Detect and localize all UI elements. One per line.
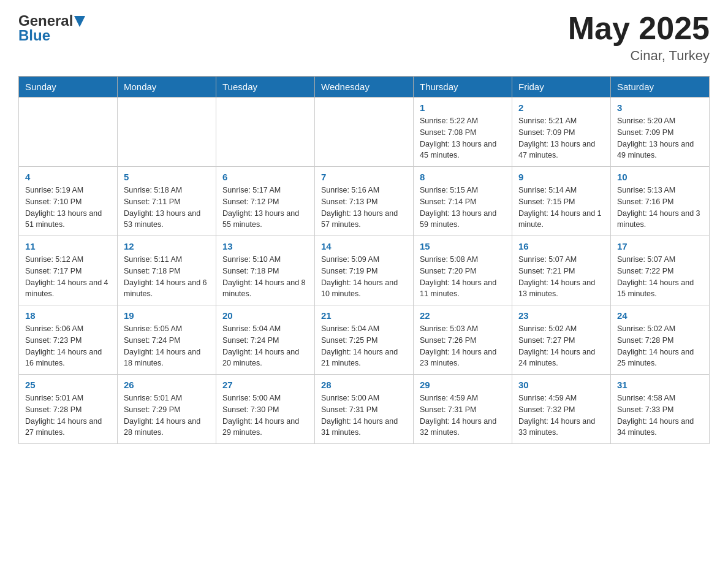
day-info: Sunrise: 4:59 AM Sunset: 7:32 PM Dayligh…	[518, 393, 604, 439]
day-number: 31	[617, 380, 703, 390]
day-info: Sunrise: 5:03 AM Sunset: 7:26 PM Dayligh…	[420, 323, 506, 369]
day-info: Sunrise: 5:00 AM Sunset: 7:30 PM Dayligh…	[222, 393, 308, 439]
calendar-week-row: 25Sunrise: 5:01 AM Sunset: 7:28 PM Dayli…	[19, 375, 710, 444]
table-row: 11Sunrise: 5:12 AM Sunset: 7:17 PM Dayli…	[19, 236, 118, 305]
svg-marker-0	[74, 16, 85, 27]
day-number: 2	[518, 102, 604, 113]
day-number: 15	[420, 241, 506, 251]
table-row: 6Sunrise: 5:17 AM Sunset: 7:12 PM Daylig…	[216, 167, 315, 236]
table-row: 23Sunrise: 5:02 AM Sunset: 7:27 PM Dayli…	[512, 305, 611, 375]
table-row: 8Sunrise: 5:15 AM Sunset: 7:14 PM Daylig…	[414, 167, 512, 236]
table-row	[19, 98, 118, 167]
table-row: 10Sunrise: 5:13 AM Sunset: 7:16 PM Dayli…	[611, 167, 710, 236]
day-number: 20	[222, 310, 308, 321]
table-row: 27Sunrise: 5:00 AM Sunset: 7:30 PM Dayli…	[216, 375, 315, 444]
table-row	[315, 98, 414, 167]
table-row: 21Sunrise: 5:04 AM Sunset: 7:25 PM Dayli…	[315, 305, 414, 375]
day-number: 27	[222, 380, 308, 390]
table-row: 25Sunrise: 5:01 AM Sunset: 7:28 PM Dayli…	[19, 375, 118, 444]
day-info: Sunrise: 5:19 AM Sunset: 7:10 PM Dayligh…	[25, 185, 111, 231]
day-number: 1	[420, 102, 506, 113]
day-info: Sunrise: 5:05 AM Sunset: 7:24 PM Dayligh…	[124, 323, 210, 369]
day-number: 16	[518, 241, 604, 251]
day-info: Sunrise: 5:18 AM Sunset: 7:11 PM Dayligh…	[124, 185, 210, 231]
day-info: Sunrise: 5:02 AM Sunset: 7:27 PM Dayligh…	[518, 323, 604, 369]
col-thursday: Thursday	[414, 77, 512, 98]
table-row: 28Sunrise: 5:00 AM Sunset: 7:31 PM Dayli…	[315, 375, 414, 444]
table-row: 31Sunrise: 4:58 AM Sunset: 7:33 PM Dayli…	[611, 375, 710, 444]
day-info: Sunrise: 5:06 AM Sunset: 7:23 PM Dayligh…	[25, 323, 111, 369]
calendar-week-row: 1Sunrise: 5:22 AM Sunset: 7:08 PM Daylig…	[19, 98, 710, 167]
day-info: Sunrise: 5:07 AM Sunset: 7:21 PM Dayligh…	[518, 254, 604, 300]
day-info: Sunrise: 5:17 AM Sunset: 7:12 PM Dayligh…	[222, 185, 308, 231]
day-number: 13	[222, 241, 308, 251]
day-info: Sunrise: 4:59 AM Sunset: 7:31 PM Dayligh…	[420, 393, 506, 439]
day-info: Sunrise: 5:04 AM Sunset: 7:24 PM Dayligh…	[222, 323, 308, 369]
day-info: Sunrise: 5:00 AM Sunset: 7:31 PM Dayligh…	[321, 393, 407, 439]
table-row: 29Sunrise: 4:59 AM Sunset: 7:31 PM Dayli…	[414, 375, 512, 444]
table-row: 2Sunrise: 5:21 AM Sunset: 7:09 PM Daylig…	[512, 98, 611, 167]
day-number: 7	[321, 172, 407, 182]
day-number: 5	[124, 172, 210, 182]
day-info: Sunrise: 5:22 AM Sunset: 7:08 PM Dayligh…	[420, 115, 506, 161]
day-info: Sunrise: 5:11 AM Sunset: 7:18 PM Dayligh…	[124, 254, 210, 300]
day-info: Sunrise: 5:07 AM Sunset: 7:22 PM Dayligh…	[617, 254, 703, 300]
logo: General Blue	[18, 12, 85, 44]
day-number: 26	[124, 380, 210, 390]
day-number: 19	[124, 310, 210, 321]
day-number: 23	[518, 310, 604, 321]
day-number: 9	[518, 172, 604, 182]
month-year-title: May 2025	[568, 12, 710, 44]
col-sunday: Sunday	[19, 77, 118, 98]
table-row: 1Sunrise: 5:22 AM Sunset: 7:08 PM Daylig…	[414, 98, 512, 167]
day-info: Sunrise: 5:12 AM Sunset: 7:17 PM Dayligh…	[25, 254, 111, 300]
col-monday: Monday	[118, 77, 216, 98]
day-number: 11	[25, 241, 111, 251]
day-info: Sunrise: 5:01 AM Sunset: 7:28 PM Dayligh…	[25, 393, 111, 439]
day-info: Sunrise: 5:21 AM Sunset: 7:09 PM Dayligh…	[518, 115, 604, 161]
day-info: Sunrise: 5:20 AM Sunset: 7:09 PM Dayligh…	[617, 115, 703, 161]
table-row: 3Sunrise: 5:20 AM Sunset: 7:09 PM Daylig…	[611, 98, 710, 167]
calendar-header-row: Sunday Monday Tuesday Wednesday Thursday…	[19, 77, 710, 98]
calendar-table: Sunday Monday Tuesday Wednesday Thursday…	[18, 76, 710, 444]
day-number: 3	[617, 102, 703, 113]
table-row: 4Sunrise: 5:19 AM Sunset: 7:10 PM Daylig…	[19, 167, 118, 236]
table-row	[216, 98, 315, 167]
day-info: Sunrise: 5:14 AM Sunset: 7:15 PM Dayligh…	[518, 185, 604, 231]
logo-triangle-icon	[74, 16, 85, 27]
table-row: 5Sunrise: 5:18 AM Sunset: 7:11 PM Daylig…	[118, 167, 216, 236]
table-row: 7Sunrise: 5:16 AM Sunset: 7:13 PM Daylig…	[315, 167, 414, 236]
table-row: 19Sunrise: 5:05 AM Sunset: 7:24 PM Dayli…	[118, 305, 216, 375]
day-number: 30	[518, 380, 604, 390]
day-number: 22	[420, 310, 506, 321]
day-number: 28	[321, 380, 407, 390]
table-row: 9Sunrise: 5:14 AM Sunset: 7:15 PM Daylig…	[512, 167, 611, 236]
calendar-week-row: 4Sunrise: 5:19 AM Sunset: 7:10 PM Daylig…	[19, 167, 710, 236]
day-info: Sunrise: 5:10 AM Sunset: 7:18 PM Dayligh…	[222, 254, 308, 300]
day-number: 24	[617, 310, 703, 321]
col-saturday: Saturday	[611, 77, 710, 98]
col-wednesday: Wednesday	[315, 77, 414, 98]
table-row: 14Sunrise: 5:09 AM Sunset: 7:19 PM Dayli…	[315, 236, 414, 305]
day-number: 18	[25, 310, 111, 321]
col-friday: Friday	[512, 77, 611, 98]
header: General Blue May 2025 Cinar, Turkey	[18, 12, 710, 64]
table-row: 24Sunrise: 5:02 AM Sunset: 7:28 PM Dayli…	[611, 305, 710, 375]
table-row: 13Sunrise: 5:10 AM Sunset: 7:18 PM Dayli…	[216, 236, 315, 305]
day-number: 6	[222, 172, 308, 182]
table-row: 26Sunrise: 5:01 AM Sunset: 7:29 PM Dayli…	[118, 375, 216, 444]
day-info: Sunrise: 5:02 AM Sunset: 7:28 PM Dayligh…	[617, 323, 703, 369]
day-info: Sunrise: 5:13 AM Sunset: 7:16 PM Dayligh…	[617, 185, 703, 231]
col-tuesday: Tuesday	[216, 77, 315, 98]
day-number: 21	[321, 310, 407, 321]
day-info: Sunrise: 4:58 AM Sunset: 7:33 PM Dayligh…	[617, 393, 703, 439]
day-info: Sunrise: 5:16 AM Sunset: 7:13 PM Dayligh…	[321, 185, 407, 231]
location-subtitle: Cinar, Turkey	[568, 48, 710, 64]
table-row: 30Sunrise: 4:59 AM Sunset: 7:32 PM Dayli…	[512, 375, 611, 444]
table-row: 18Sunrise: 5:06 AM Sunset: 7:23 PM Dayli…	[19, 305, 118, 375]
table-row: 20Sunrise: 5:04 AM Sunset: 7:24 PM Dayli…	[216, 305, 315, 375]
table-row: 22Sunrise: 5:03 AM Sunset: 7:26 PM Dayli…	[414, 305, 512, 375]
table-row	[118, 98, 216, 167]
day-number: 12	[124, 241, 210, 251]
day-number: 10	[617, 172, 703, 182]
